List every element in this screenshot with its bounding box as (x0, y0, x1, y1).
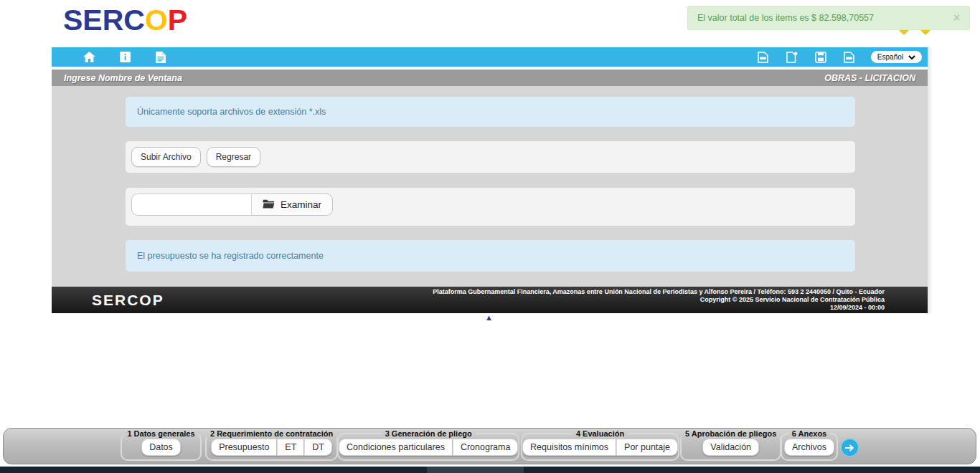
footer-sercop-logo: SERCOP (92, 292, 164, 309)
total-value-toast: El valor total de los items es $ 82.598,… (687, 6, 970, 30)
step-group-requerimiento: 2 Requerimiento de contratación Presupue… (205, 429, 338, 461)
hidden-help-icon-tip (920, 30, 930, 35)
step-group-datos-generales: 1 Datos generales Datos (121, 429, 202, 461)
window-name-prompt: Ingrese Nombre de Ventana (64, 73, 182, 83)
footer-datetime: 12/09/2024 - 00:00 (830, 304, 885, 311)
toolbar-left-icons (82, 50, 168, 64)
bottom-strip-segment (427, 467, 524, 473)
browse-button-label: Examinar (281, 199, 321, 210)
toolbar-right-icons: Español (756, 50, 922, 64)
new-document-icon[interactable] (785, 50, 799, 64)
close-icon[interactable]: × (953, 12, 960, 24)
step-button-condiciones-particulares[interactable]: Condiciones particulares (339, 439, 453, 456)
step-buttons: Archivos (782, 439, 837, 456)
window-title-bar: Ingrese Nombre de Ventana OBRAS - LICITA… (52, 70, 928, 86)
step-button-cronograma[interactable]: Cronograma (453, 439, 518, 456)
step-buttons: Presupuesto ET DT (207, 439, 336, 456)
actions-panel: Subir Archivo Regresar (126, 141, 855, 173)
step-group-label: 5 Aprobación de pliegos (682, 429, 780, 438)
step-group-label: 6 Anexos (788, 429, 831, 438)
main-content: Únicamente soporta archivos de extensión… (52, 86, 928, 287)
step-button-requisitos-minimos[interactable]: Requisitos mínimos (522, 439, 616, 456)
step-group-label: 2 Requerimiento de contratación (207, 429, 336, 438)
upload-file-button[interactable]: Subir Archivo (131, 147, 201, 167)
step-button-por-puntaje[interactable]: Por puntaje (616, 439, 678, 456)
success-notice: El presupuesto se ha registrado correcta… (126, 240, 855, 272)
pdf-file-icon[interactable] (756, 50, 771, 64)
browse-button[interactable]: Examinar (252, 194, 333, 216)
step-buttons: Datos (122, 439, 200, 456)
folder-icon (263, 199, 275, 211)
success-notice-text: El presupuesto se ha registrado correcta… (137, 251, 324, 261)
toast-message: El valor total de los items es $ 82.598,… (697, 13, 874, 23)
next-step-button[interactable] (841, 439, 859, 457)
step-buttons: Validación (682, 439, 780, 456)
step-group-generacion-pliego: 3 Generación de pliego Condiciones parti… (337, 429, 519, 461)
file-type-notice: Únicamente soporta archivos de extensión… (126, 97, 855, 127)
step-buttons: Condiciones particulares Cronograma (339, 439, 518, 456)
page-footer: SERCOP Plataforma Gubernamental Financie… (52, 287, 928, 313)
module-label: OBRAS - LICITACION (824, 73, 915, 83)
sercop-logo: SERCOP (63, 3, 187, 37)
process-step-bar: 1 Datos generales Datos 2 Requerimiento … (3, 428, 976, 464)
language-selected: Español (877, 53, 903, 61)
page-edge-shadow (928, 47, 933, 313)
step-group-label: 4 Evaluación (573, 429, 628, 438)
file-picker: Examinar (131, 194, 333, 216)
footer-address-line: Plataforma Gubernamental Financiera, Ama… (433, 288, 885, 295)
logo-text-p: P (168, 4, 187, 37)
save-xls-icon[interactable] (814, 50, 828, 64)
main-toolbar: Español (52, 47, 928, 67)
step-button-presupuesto[interactable]: Presupuesto (211, 439, 277, 456)
logo-text-serc: SERC (63, 4, 145, 37)
back-button[interactable]: Regresar (207, 147, 260, 167)
hidden-help-icon-tip (899, 30, 909, 35)
step-button-datos[interactable]: Datos (141, 439, 181, 456)
step-button-archivos[interactable]: Archivos (784, 439, 834, 456)
step-group-anexos: 6 Anexos Archivos (781, 429, 838, 461)
step-group-label: 1 Datos generales (123, 429, 198, 438)
scroll-up-indicator[interactable]: ▲ (485, 314, 493, 322)
step-group-aprobacion-pliegos: 5 Aprobación de pliegos Validación (680, 429, 781, 461)
document-icon[interactable] (154, 50, 168, 64)
step-buttons: Requisitos mínimos Por puntaje (522, 439, 678, 456)
step-button-validacion[interactable]: Validación (702, 439, 759, 456)
info-icon[interactable] (118, 50, 132, 64)
step-group-label: 3 Generación de pliego (382, 429, 476, 438)
footer-info: Plataforma Gubernamental Financiera, Ama… (433, 288, 928, 312)
logo-text-o: O (145, 4, 168, 37)
home-icon[interactable] (82, 50, 96, 64)
chevron-down-icon (908, 53, 915, 61)
step-group-evaluacion: 4 Evaluación Requisitos mínimos Por punt… (521, 429, 679, 461)
file-type-notice-text: Únicamente soporta archivos de extensión… (137, 107, 326, 117)
step-button-et[interactable]: ET (277, 439, 304, 456)
footer-copyright-line: Copyright © 2025 Servicio Nacional de Co… (700, 296, 885, 303)
language-selector[interactable]: Español (871, 51, 922, 63)
arrow-right-icon (845, 441, 854, 454)
file-path-input[interactable] (131, 194, 252, 216)
step-button-dt[interactable]: DT (304, 439, 332, 456)
pdf-file-icon[interactable] (842, 50, 857, 64)
file-select-panel: Examinar (126, 188, 855, 226)
app-window: SERCOP El valor total de los items es $ … (0, 0, 980, 473)
bottom-strip (0, 467, 980, 473)
